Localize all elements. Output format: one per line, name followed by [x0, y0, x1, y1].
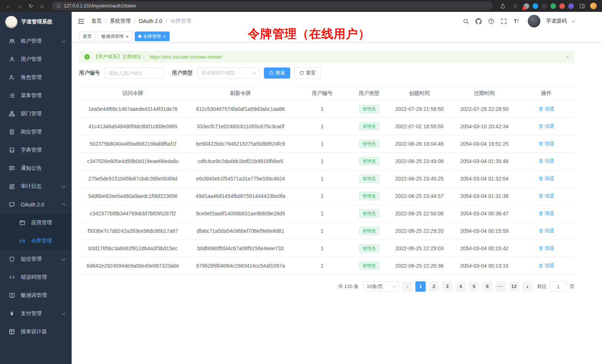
- sidebar-item-menu[interactable]: 菜单管理: [0, 86, 72, 105]
- extension-icon-2[interactable]: [533, 3, 538, 9]
- table-row: b0d1785bc3a8482f812db4a3f3bd15ecb0df4980…: [79, 240, 575, 257]
- back-icon[interactable]: ←: [4, 1, 13, 10]
- column-header: 用户类型: [350, 86, 388, 100]
- app-logo[interactable]: 芋道管理系统: [0, 12, 72, 32]
- tree-icon: [9, 111, 15, 117]
- megaphone-icon: [9, 165, 15, 171]
- expire-time-cell: 2054-03-04 00:15:59: [451, 222, 518, 240]
- force-logout-button[interactable]: 强退: [539, 193, 554, 199]
- breadcrumb-item[interactable]: 系统管理: [110, 18, 131, 24]
- sidebar-item-sensitive-word[interactable]: 敏感词管理: [0, 286, 72, 304]
- column-header: 创建时间: [388, 86, 451, 100]
- side-panel-icon[interactable]: [577, 1, 587, 10]
- username[interactable]: 芋道源码: [546, 18, 567, 24]
- search-button[interactable]: 搜索: [264, 67, 290, 79]
- sidebar-item-error-code[interactable]: 错误码管理: [0, 268, 72, 286]
- chevron-up-icon: [62, 203, 66, 207]
- pager-more-button[interactable]: ···: [495, 281, 506, 292]
- sidebar-item-oauth2-app[interactable]: 应用管理: [0, 214, 72, 232]
- page-button-1[interactable]: 1: [415, 281, 426, 292]
- page-size-select[interactable]: 10条/页: [363, 281, 399, 292]
- layout-icon: [9, 329, 15, 335]
- chevron-down-icon: [392, 284, 396, 288]
- address-bar[interactable]: ⓘ 127.0.0.1:1024/system/oauth2/token: [52, 1, 493, 10]
- user-type-select[interactable]: 请选择用户类型: [197, 67, 259, 79]
- extension-icon-3[interactable]: [542, 3, 547, 9]
- tab-home[interactable]: 首页: [79, 32, 95, 41]
- tab-token[interactable]: 令牌管理×: [135, 32, 170, 41]
- page-button-6[interactable]: 6: [482, 281, 493, 292]
- sidebar-item-role[interactable]: 角色管理: [0, 68, 72, 86]
- extension-icon-4[interactable]: [550, 3, 556, 9]
- force-logout-button[interactable]: 强退: [539, 210, 554, 217]
- site-info-icon[interactable]: ⓘ: [56, 3, 61, 9]
- force-logout-button[interactable]: 强退: [539, 123, 554, 130]
- force-logout-button[interactable]: 强退: [539, 228, 554, 234]
- help-icon[interactable]: [488, 18, 495, 25]
- sidebar-item-label: 菜单管理: [21, 92, 42, 99]
- fullscreen-icon[interactable]: [500, 18, 507, 25]
- sidebar-item-post[interactable]: 岗位管理: [0, 123, 72, 141]
- page-button-2[interactable]: 2: [429, 281, 439, 292]
- user-id-input[interactable]: [104, 67, 164, 79]
- breadcrumb-item[interactable]: OAuth 2.0: [139, 18, 162, 24]
- page-button-12[interactable]: 12: [509, 281, 519, 292]
- share-icon[interactable]: [498, 1, 507, 10]
- force-logout-button[interactable]: 强退: [539, 158, 554, 165]
- tab-sensitive-word[interactable]: 敏感词管理×: [98, 32, 132, 41]
- sidebar-item-oauth2-token[interactable]: 令牌管理: [0, 232, 72, 250]
- github-icon[interactable]: [475, 18, 482, 25]
- user-id-cell: 1: [294, 240, 350, 257]
- table-row: c342377bf8b344799dcbf7bf095287f29ce8ef2a…: [79, 205, 575, 222]
- extension-icon-1[interactable]: [524, 3, 529, 9]
- sidebar-item-user[interactable]: 用户管理: [0, 50, 72, 68]
- user-id-cell: 1: [294, 170, 350, 188]
- force-logout-button[interactable]: 强退: [539, 140, 554, 147]
- force-logout-button[interactable]: 强退: [539, 106, 554, 112]
- sidebar-item-oauth2[interactable]: OAuth 2.0: [0, 195, 72, 214]
- edit-icon: [9, 183, 15, 189]
- sidebar-item-label: 短信管理: [21, 256, 42, 262]
- reset-button[interactable]: 重置: [294, 67, 321, 79]
- sidebar-item-sms[interactable]: 短信管理: [0, 250, 72, 268]
- sidebar-item-notice[interactable]: 通知公告: [0, 159, 72, 177]
- bookmark-star-icon[interactable]: ☆: [511, 1, 520, 10]
- column-header: 过期时间: [451, 86, 518, 100]
- next-page-button[interactable]: ›: [522, 281, 533, 292]
- search-icon[interactable]: [462, 18, 470, 25]
- extension-icon-5[interactable]: [559, 3, 565, 9]
- user-id-cell: 1: [294, 222, 350, 240]
- forward-icon[interactable]: →: [15, 1, 24, 10]
- sidebar-item-audit-log[interactable]: 审计日志: [0, 177, 72, 195]
- force-logout-button[interactable]: 强退: [539, 175, 554, 182]
- active-tab-dot: [138, 35, 141, 38]
- sidebar-item-tenant[interactable]: 租户管理: [0, 32, 72, 50]
- sidebar-item-pay[interactable]: ¥支付管理: [0, 304, 72, 322]
- force-logout-button[interactable]: 强退: [539, 245, 554, 252]
- extension-icon-6[interactable]: [568, 3, 574, 9]
- sidebar-item-report[interactable]: 报表设计器: [0, 322, 72, 341]
- tab-close-icon[interactable]: ×: [163, 34, 166, 39]
- sidebar-item-dept[interactable]: 部门管理: [0, 105, 72, 123]
- collapse-menu-icon[interactable]: [78, 18, 85, 25]
- sidebar-item-dict[interactable]: 字典管理: [0, 141, 72, 159]
- refresh-token-cell: 9ce8ef2aa9f14056b831ae9b608e28d5: [187, 205, 294, 222]
- expire-time-cell: 2054-03-04 00:36:47: [451, 205, 518, 222]
- reload-icon[interactable]: ↻: [26, 1, 36, 10]
- tab-close-icon[interactable]: ×: [126, 34, 129, 39]
- doc-link[interactable]: https://doc.iocoder.cn/user-center/: [150, 54, 222, 60]
- goto-page-input[interactable]: [550, 281, 567, 292]
- browser-profile-avatar[interactable]: [590, 3, 597, 9]
- user-avatar[interactable]: [528, 15, 540, 27]
- font-size-icon[interactable]: TT: [513, 18, 520, 25]
- page-button-3[interactable]: 3: [442, 281, 452, 292]
- breadcrumb-item[interactable]: 首页: [91, 18, 102, 24]
- expire-time-cell: 2054-03-04 00:15:42: [451, 240, 518, 257]
- page-button-5[interactable]: 5: [469, 281, 479, 292]
- alert-close-icon[interactable]: ×: [566, 54, 569, 60]
- prev-page-button[interactable]: ‹: [402, 281, 412, 292]
- page-button-4[interactable]: 4: [455, 281, 466, 292]
- force-logout-button[interactable]: 强退: [539, 262, 554, 269]
- home-icon[interactable]: ⌂: [37, 1, 47, 10]
- expire-time-cell: 2054-03-04 01:32:04: [451, 170, 518, 188]
